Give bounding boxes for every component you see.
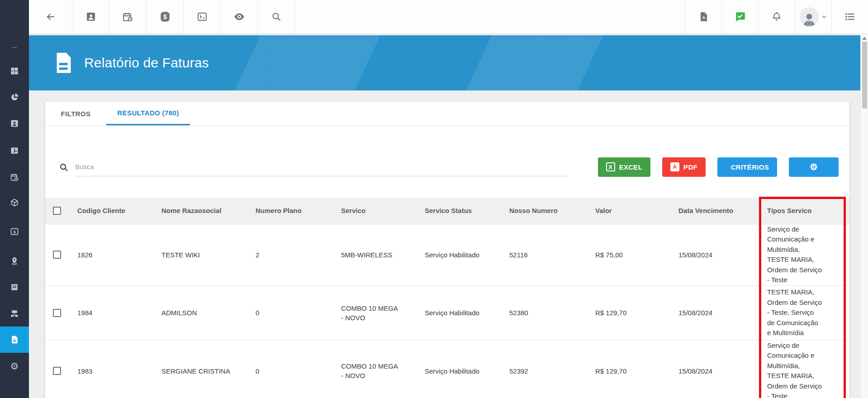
chevron-down-icon — [821, 14, 827, 19]
top-navigation-bar: $ A — [29, 0, 868, 34]
terminal-button[interactable] — [184, 0, 221, 33]
sidebar-item-agenda[interactable] — [0, 164, 29, 190]
sidebar-dash-icon — [0, 34, 29, 61]
avatar-silhouette-icon — [802, 11, 817, 26]
column-header: Codigo Cliente — [77, 198, 161, 224]
pdf-export-button[interactable]: A PDF — [662, 157, 706, 177]
column-header: Valor — [595, 198, 678, 224]
calendar-clock-icon — [10, 173, 19, 182]
results-table-wrap: Codigo Cliente Nome Razaosocial Numero P… — [45, 198, 849, 398]
sidebar-item-kanban[interactable] — [0, 137, 29, 164]
server-network-icon — [10, 309, 19, 318]
column-header: Servico — [341, 198, 425, 224]
tab-resultado[interactable]: RESULTADO (780) — [106, 102, 190, 125]
app-menu-button[interactable] — [831, 0, 868, 33]
money-receipt-icon: $ — [10, 227, 19, 236]
filter-icon — [726, 163, 727, 171]
bell-icon — [771, 11, 782, 22]
search-input[interactable] — [75, 157, 568, 176]
sidebar-item-charts[interactable] — [0, 84, 29, 110]
scrollbar-up-arrow-icon[interactable] — [862, 37, 867, 40]
export-pdf-button[interactable]: A — [685, 0, 721, 33]
user-menu[interactable] — [795, 0, 831, 33]
tab-filtros[interactable]: FILTROS — [45, 102, 106, 125]
topbar-spacer — [295, 0, 685, 33]
message-check-icon — [734, 11, 746, 23]
sidebar-item-clients[interactable] — [0, 110, 29, 137]
tipos-servico-cell: TESTE MARIA, Ordem de Serviço - Teste, S… — [767, 287, 822, 338]
tab-bar: FILTROS RESULTADO (780) — [45, 102, 849, 126]
sidebar-item-map[interactable] — [0, 248, 29, 274]
table-header-row: Codigo Cliente Nome Razaosocial Numero P… — [45, 198, 849, 224]
report-card: FILTROS RESULTADO (780) X EXCEL A PDF CR… — [45, 102, 849, 398]
criterios-button[interactable]: CRITÉRIOS — [717, 157, 777, 177]
notifications-button[interactable] — [758, 0, 795, 33]
svg-text:$: $ — [163, 13, 167, 20]
sidebar-item-network[interactable] — [0, 300, 29, 327]
page-title: Relatório de Faturas — [84, 55, 209, 71]
results-table: Codigo Cliente Nome Razaosocial Numero P… — [45, 198, 849, 398]
kanban-board-icon — [10, 146, 19, 155]
svg-text:$: $ — [13, 230, 15, 234]
sidebar-item-settings[interactable]: ⚙ — [0, 353, 29, 379]
table-row[interactable]: 1984 ADMILSON 0 COMBO 10 MEGA - NOVO Ser… — [45, 285, 849, 340]
excel-export-button[interactable]: X EXCEL — [598, 157, 651, 177]
calendar-clock-icon — [122, 11, 133, 23]
column-header: Data Vencimento — [678, 198, 767, 224]
column-header: Nosso Numero — [509, 198, 595, 224]
terminal-icon — [197, 11, 208, 22]
schedule-button[interactable] — [109, 0, 147, 33]
menu-list-icon — [844, 11, 856, 23]
avatar — [800, 7, 819, 26]
sidebar-item-invoices[interactable] — [0, 274, 29, 300]
contacts-button[interactable] — [72, 0, 109, 33]
column-header: Servico Status — [425, 198, 509, 224]
finance-button[interactable]: $ — [147, 0, 184, 33]
back-arrow-icon — [45, 11, 56, 22]
contact-card-icon — [10, 119, 19, 128]
receipt-lines-icon — [10, 283, 19, 292]
table-settings-button[interactable]: ⚙ — [789, 157, 839, 177]
sidebar: $ ⚙ — [0, 0, 29, 398]
table-row[interactable]: 1826 TESTE WIKI 2 5MB-WIRELESS Serviço H… — [45, 224, 849, 285]
sidebar-item-stock[interactable] — [0, 190, 29, 216]
search-icon — [59, 162, 69, 172]
column-header: Numero Plano — [256, 198, 341, 224]
row-checkbox[interactable] — [53, 309, 61, 317]
table-row[interactable]: 1983 SERGIANE CRISTINA 0 COMBO 10 MEGA -… — [45, 340, 849, 398]
select-all-checkbox[interactable] — [53, 207, 61, 215]
approvals-button[interactable] — [721, 0, 758, 33]
sidebar-item-dashboard[interactable] — [0, 58, 29, 84]
location-pin-icon — [10, 256, 19, 265]
vertical-scrollbar[interactable] — [860, 34, 868, 398]
contact-card-icon — [85, 11, 96, 22]
pie-chart-icon — [10, 93, 19, 102]
global-search-button[interactable] — [258, 0, 295, 33]
tipos-servico-cell: Serviço de Comunicação e Multimídia, TES… — [767, 224, 822, 285]
scrollbar-thumb[interactable] — [862, 42, 867, 109]
sidebar-item-reports[interactable] — [0, 327, 29, 353]
settings-gear-icon: ⚙ — [10, 361, 19, 371]
dashboard-grid-icon — [10, 66, 19, 76]
monitor-button[interactable] — [221, 0, 258, 33]
gear-icon: ⚙ — [810, 161, 818, 172]
tipos-servico-cell: Serviço de Comunicação e Multimídia, TES… — [767, 341, 822, 398]
report-document-icon — [54, 52, 73, 74]
search-icon — [271, 11, 282, 22]
row-checkbox[interactable] — [53, 367, 61, 375]
pdf-file-icon: A — [698, 11, 709, 22]
pdf-icon: A — [670, 162, 679, 171]
cube-package-icon — [10, 198, 19, 207]
table-toolbar: X EXCEL A PDF CRITÉRIOS ⚙ — [45, 151, 849, 183]
row-checkbox[interactable] — [53, 251, 61, 259]
column-header: Tipos Servico — [767, 198, 849, 224]
column-header: Nome Razaosocial — [161, 198, 256, 224]
page-header-banner: Relatório de Faturas — [29, 35, 860, 90]
svg-text:A: A — [702, 15, 706, 20]
excel-icon: X — [606, 162, 615, 171]
sidebar-item-billing[interactable]: $ — [0, 218, 29, 245]
document-report-icon — [10, 335, 19, 344]
eye-icon — [233, 11, 245, 23]
back-button[interactable] — [29, 0, 72, 33]
dollar-icon: $ — [159, 11, 171, 23]
